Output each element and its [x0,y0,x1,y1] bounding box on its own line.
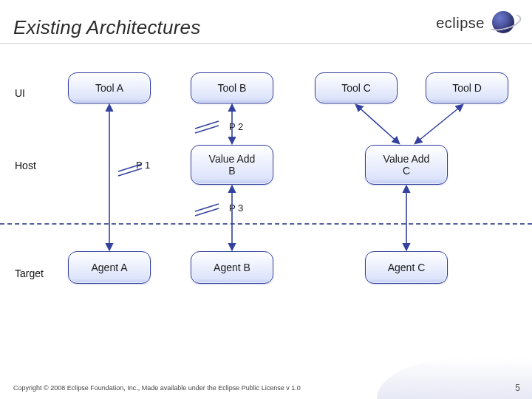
svg-line-7 [195,126,219,133]
globe-icon [488,9,522,37]
title-divider [0,43,532,44]
svg-line-2 [356,105,399,143]
page-number: 5 [515,383,520,393]
svg-line-3 [415,105,463,143]
footer-gradient [377,358,532,399]
svg-line-10 [195,204,219,211]
svg-line-6 [195,121,219,129]
brand-text: eclipse [436,15,485,32]
page-title: Existing Architectures [13,16,200,39]
brand-logo: eclipse [436,9,522,37]
svg-line-8 [118,164,142,171]
copyright-text: Copyright © 2008 Eclipse Foundation, Inc… [13,384,301,392]
svg-line-9 [118,168,142,176]
diagram-arrows [0,44,532,355]
svg-line-11 [195,208,219,216]
